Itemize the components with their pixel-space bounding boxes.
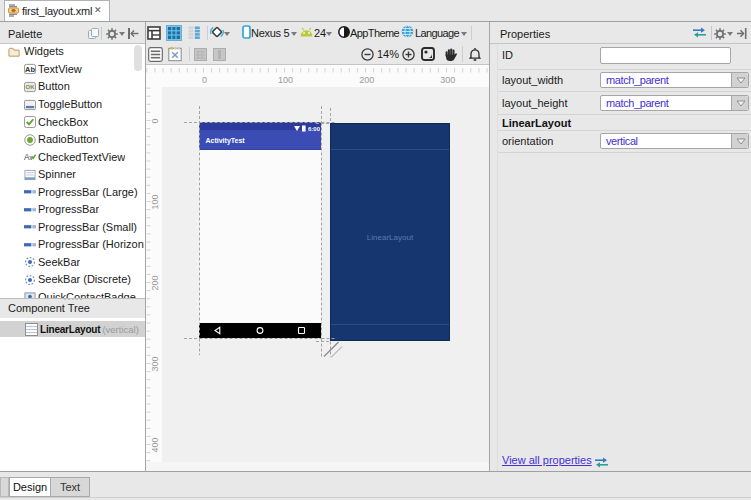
svg-text:Ab: Ab xyxy=(25,65,35,74)
svg-text:OK: OK xyxy=(26,84,36,90)
